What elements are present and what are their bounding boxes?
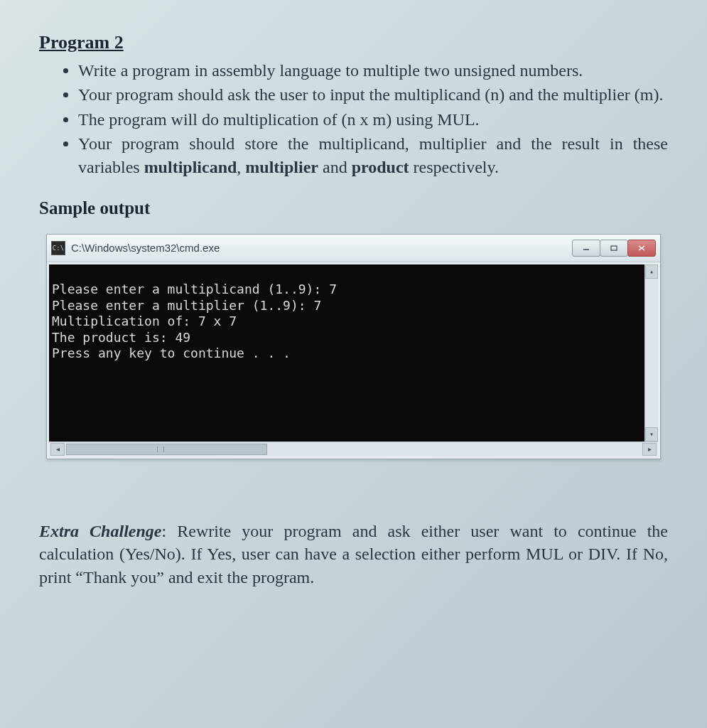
window-titlebar: C:\ C:\Windows\system32\cmd.exe	[47, 235, 660, 262]
console-line: Please enter a multiplier (1..9): 7	[52, 298, 655, 314]
scroll-grip-icon	[157, 446, 164, 452]
titlebar-left: C:\ C:\Windows\system32\cmd.exe	[51, 241, 220, 255]
window-controls	[573, 240, 656, 257]
close-button[interactable]	[627, 240, 656, 257]
var-multiplicand: multiplicand	[144, 158, 237, 176]
minimize-button[interactable]	[572, 240, 600, 257]
console-output: Please enter a multiplicand (1..9): 7Ple…	[49, 264, 658, 441]
program-title: Program 2	[39, 32, 668, 53]
scroll-track[interactable]	[66, 444, 641, 455]
var-multiplier: multiplier	[245, 158, 318, 176]
extra-challenge: Extra Challenge: Rewrite your program an…	[39, 520, 668, 589]
sample-output-heading: Sample output	[39, 198, 668, 218]
vertical-scrollbar[interactable]: ▴ ▾	[644, 264, 658, 441]
console-body-wrap: Please enter a multiplicand (1..9): 7Ple…	[47, 262, 660, 459]
console-line: Press any key to continue . . .	[52, 346, 655, 362]
scroll-thumb[interactable]	[66, 444, 267, 455]
console-line: The product is: 49	[52, 330, 655, 346]
list-item: Your program should store the multiplica…	[78, 132, 668, 178]
cmd-window: C:\ C:\Windows\system32\cmd.exe Please e…	[46, 234, 661, 459]
var-product: product	[352, 158, 409, 176]
extra-challenge-label: Extra Challenge	[39, 522, 161, 540]
scroll-right-arrow-icon[interactable]: ▸	[642, 443, 657, 456]
text: ,	[237, 158, 245, 176]
scroll-down-arrow-icon[interactable]: ▾	[645, 427, 658, 441]
text: and	[318, 158, 352, 176]
cmd-icon: C:\	[51, 241, 65, 255]
list-item: The program will do multiplication of (n…	[78, 108, 668, 131]
list-item: Your program should ask the user to inpu…	[78, 83, 668, 106]
scroll-left-arrow-icon[interactable]: ◂	[50, 443, 65, 456]
svg-rect-1	[611, 246, 617, 250]
console-line: Please enter a multiplicand (1..9): 7	[52, 282, 655, 298]
scroll-up-arrow-icon[interactable]: ▴	[645, 264, 658, 279]
window-title: C:\Windows\system32\cmd.exe	[71, 242, 220, 254]
console-line: Multiplication of: 7 x 7	[52, 314, 655, 330]
horizontal-scrollbar[interactable]: ◂ ▸	[49, 441, 658, 456]
text: respectively.	[409, 158, 499, 176]
document-page: Program 2 Write a program in assembly la…	[0, 0, 707, 728]
requirements-list: Write a program in assembly language to …	[39, 59, 668, 178]
maximize-button[interactable]	[600, 240, 628, 257]
list-item: Write a program in assembly language to …	[78, 59, 668, 82]
